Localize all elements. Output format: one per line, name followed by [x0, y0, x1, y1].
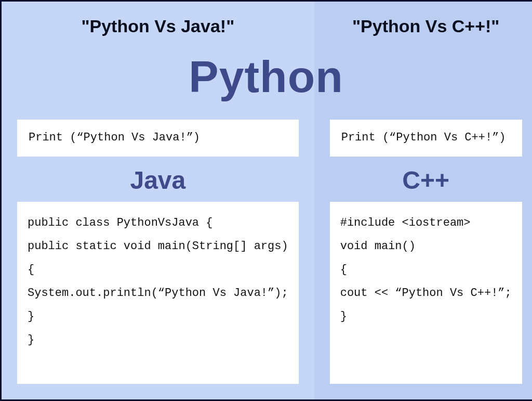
left-column: "Python Vs Java!" Print (“Python Vs Java… — [2, 2, 314, 399]
code-line: } — [28, 328, 288, 352]
code-line: #include <iostream> — [340, 211, 512, 235]
code-line: void main() — [340, 235, 512, 258]
right-heading: "Python Vs C++!" — [352, 16, 500, 36]
code-line: cout << “Python Vs C++!”; — [340, 281, 512, 305]
title-spacer — [330, 36, 522, 120]
right-column: "Python Vs C++!" Print (“Python Vs C++!”… — [314, 2, 532, 399]
title-spacer — [17, 36, 299, 120]
left-heading: "Python Vs Java!" — [81, 16, 234, 36]
left-python-code: Print (“Python Vs Java!”) — [17, 120, 299, 157]
code-line: } — [28, 305, 288, 328]
code-line: { — [340, 258, 512, 281]
code-line: public class PythonVsJava { — [28, 211, 288, 235]
right-other-code: #include <iostream> void main() { cout <… — [330, 202, 522, 384]
left-other-code: public class PythonVsJava { public stati… — [17, 202, 299, 384]
left-other-label: Java — [130, 166, 185, 195]
code-line: { — [28, 258, 288, 281]
code-line: System.out.println(“Python Vs Java!”); — [28, 281, 288, 305]
right-other-label: C++ — [402, 166, 449, 195]
right-python-code: Print (“Python Vs C++!”) — [330, 120, 522, 157]
code-line: Print (“Python Vs C++!”) — [341, 130, 511, 146]
comparison-frame: Python "Python Vs Java!" Print (“Python … — [0, 0, 532, 401]
code-line: } — [340, 305, 512, 328]
code-line: public static void main(String[] args) — [28, 235, 288, 258]
code-line: Print (“Python Vs Java!”) — [29, 130, 287, 146]
